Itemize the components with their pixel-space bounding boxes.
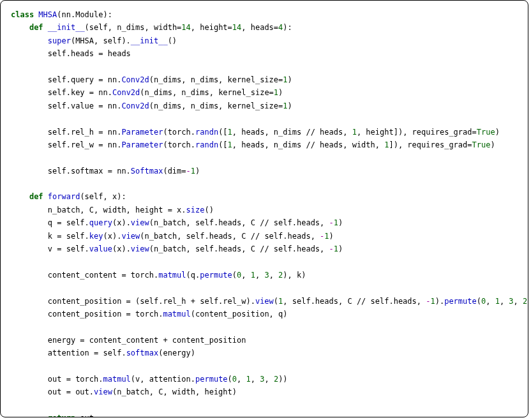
code-token: ( [228,375,232,384]
code-token: () [168,36,177,45]
code-token: permute [200,271,232,280]
code-token: forward [48,192,80,201]
code-token: (n_batch, self.heads, C // self.heads, [140,232,320,241]
code-token: 1 [495,297,500,306]
code-token: Softmax [131,167,163,176]
code-token: content_position = torch. [11,310,163,319]
code-token: ) [278,88,283,97]
code-token [11,192,29,201]
code-token: view [131,244,149,253]
code-token: True [472,140,491,149]
code-token: , heads= [241,23,278,32]
code-token [11,23,29,32]
code-token: - [329,218,334,227]
code-token: 3 [509,297,513,306]
code-token: , [251,375,260,384]
code-token: super [48,36,71,45]
code-token: self.softmax = nn. [11,167,131,176]
code-token: , height= [191,23,232,32]
code-token: 1 [251,271,255,280]
code-token: 1 [228,140,232,149]
code-token: ]), requires_grad= [389,140,472,149]
code-token: , heads, n_dims // heads, [232,128,352,137]
code-token: , heads, n_dims // heads, width, [232,140,384,149]
code-token: randn [195,128,218,137]
code-token: (nn.Module): [57,10,112,19]
code-token: )) [278,375,287,384]
code-token [11,36,48,45]
code-token: 14 [232,23,241,32]
code-token: 1 [228,128,232,137]
code-token: matmul [163,310,190,319]
code-token: ) [195,167,200,176]
code-token: 14 [181,23,190,32]
code-token: view [255,297,274,306]
code-token: 1 [352,128,357,137]
code-token: (n_dims, n_dims, kernel_size= [140,88,274,97]
code-token: size [186,206,205,214]
code-token: , self.heads, C // self.heads, [283,297,426,306]
code-token: 1 [274,88,278,97]
code-token [11,414,48,417]
code-token: content_position = (self.rel_h + self.re… [11,297,255,306]
code-token: (dim= [163,167,186,176]
code-token: ( [274,297,278,306]
code-token: True [477,128,495,137]
code-token: Conv2d [121,75,149,84]
code-token: key [89,232,103,241]
code-block-frame: class MHSA(nn.Module): def __init__(self… [0,0,528,417]
code-token: , [264,375,273,384]
code-token: 1 [334,218,338,227]
code-token: Conv2d [121,101,149,110]
code-token: view [121,232,140,241]
code-token: Parameter [121,128,163,137]
code-token: softmax [126,349,159,357]
code-token: return [48,414,80,417]
code-token: ) [527,297,528,306]
code-token: 1 [283,75,287,84]
code-token: ), k) [283,271,306,280]
code-token: ): [283,23,292,32]
code-token: ) [338,244,343,253]
code-token: permute [195,375,228,384]
code-token: matmul [103,375,131,384]
code-token: matmul [158,271,186,280]
code-token: class [11,10,38,19]
code-token: Conv2d [112,88,140,97]
code-token: 1 [246,375,251,384]
code-token: __init__ [131,36,168,45]
code-token: 1 [430,297,435,306]
code-token: view [131,218,149,227]
code-token: (n_dims, n_dims, kernel_size= [149,75,283,84]
code-token: (q. [186,271,200,280]
code-token: query [89,218,112,227]
code-listing: class MHSA(nn.Module): def __init__(self… [11,8,518,417]
code-token: n_batch, C, width, height = x. [11,206,186,214]
code-token: , [269,271,278,280]
code-token: self.heads = heads [11,49,131,58]
code-token: attention = self. [11,349,126,357]
code-token: , [500,297,509,306]
code-token: ) [329,232,334,241]
code-token: value [89,244,112,253]
code-token: self.rel_w = nn. [11,140,121,149]
code-token: 1 [324,232,329,241]
code-token: 3 [264,271,269,280]
code-token: ) [495,128,500,137]
code-token: def [29,192,48,201]
code-token: self.rel_h = nn. [11,128,121,137]
code-token: Parameter [121,140,163,149]
code-token: ) [490,140,495,149]
code-token: (x). [103,232,122,241]
code-token: - [329,244,334,253]
code-token: self.value = nn. [11,101,121,110]
code-token: , [486,297,495,306]
code-token: ). [435,297,444,306]
code-token: (x). [112,244,131,253]
code-token: , [241,271,250,280]
code-token: ( [477,297,481,306]
code-token: __init__ [48,23,85,32]
code-token: ) [288,101,292,110]
code-token: (n_batch, self.heads, C // self.heads, [149,218,329,227]
code-token: ([ [218,128,227,137]
